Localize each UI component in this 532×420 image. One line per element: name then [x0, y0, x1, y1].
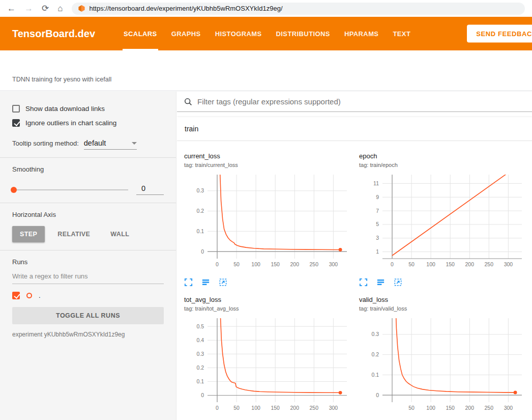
svg-text:100: 100 [251, 261, 260, 267]
tensorboard-header: TensorBoard.dev SCALARSGRAPHSHISTOGRAMSD… [0, 17, 532, 50]
svg-text:100: 100 [251, 405, 260, 411]
subheader: TDNN training for yesno with icefall [0, 50, 532, 91]
runs-label: Runs [12, 258, 164, 266]
svg-text:100: 100 [426, 405, 435, 411]
dropdown-value: default [84, 139, 106, 147]
smoothing-value[interactable]: 0 [136, 184, 164, 195]
chart-plot[interactable]: 05010015020025030000.10.20.30.40.5 [184, 316, 353, 415]
svg-text:0.2: 0.2 [196, 365, 204, 371]
tab-scalars[interactable]: SCALARS [116, 17, 164, 50]
run-item[interactable]: . [12, 292, 164, 299]
chart-title: valid_loss [359, 296, 530, 303]
checkbox-label: Ignore outliers in chart scaling [25, 119, 116, 127]
axis-button-step[interactable]: STEP [12, 226, 45, 242]
tab-text[interactable]: TEXT [386, 17, 418, 50]
checkbox-icon[interactable] [12, 119, 20, 127]
fit-domain-icon[interactable] [219, 278, 227, 287]
chart-actions [359, 278, 530, 287]
fit-domain-icon[interactable] [394, 278, 402, 287]
chevron-down-icon [132, 142, 137, 145]
chart-plot[interactable]: 0501001502002503001357911 [359, 172, 528, 272]
svg-text:0.2: 0.2 [196, 208, 204, 214]
run-checkbox-icon[interactable] [12, 292, 20, 299]
svg-text:250: 250 [310, 261, 319, 267]
svg-text:0: 0 [201, 392, 204, 398]
svg-text:200: 200 [290, 261, 300, 267]
run-name: . [39, 292, 41, 299]
data-table-icon[interactable] [201, 278, 210, 287]
tag-filter-input[interactable] [197, 97, 532, 106]
svg-text:0.3: 0.3 [196, 351, 204, 357]
svg-text:11: 11 [373, 180, 379, 186]
site-favicon [78, 5, 85, 12]
ignore-outliers-checkbox-row[interactable]: Ignore outliers in chart scaling [12, 119, 164, 127]
svg-text:250: 250 [485, 405, 494, 411]
fullscreen-icon[interactable] [184, 278, 193, 287]
svg-text:150: 150 [446, 261, 455, 267]
chart-plot[interactable]: 5010015020025030000.10.20.3 [359, 316, 528, 415]
svg-text:0.1: 0.1 [196, 378, 204, 384]
svg-text:300: 300 [504, 261, 513, 267]
send-feedback-button[interactable]: SEND FEEDBACK [467, 25, 532, 43]
svg-text:5: 5 [376, 221, 379, 227]
chart-title: current_loss [184, 152, 355, 160]
svg-text:7: 7 [376, 208, 379, 214]
run-color-icon[interactable] [26, 293, 32, 298]
chart-plot[interactable]: 05010015020025030000.10.20.3 [184, 172, 353, 272]
svg-text:250: 250 [310, 405, 319, 411]
svg-text:300: 300 [504, 405, 513, 411]
tab-hparams[interactable]: HPARAMS [337, 17, 386, 50]
checkbox-icon[interactable] [12, 105, 20, 113]
url-text: https://tensorboard.dev/experiment/yKUbh… [90, 5, 283, 12]
chart-title: tot_avg_loss [184, 296, 355, 303]
address-bar[interactable]: https://tensorboard.dev/experiment/yKUbh… [72, 3, 525, 15]
divider [0, 157, 176, 158]
svg-text:300: 300 [329, 405, 338, 411]
tab-distributions[interactable]: DISTRIBUTIONS [269, 17, 337, 50]
axis-button-wall[interactable]: WALL [103, 226, 137, 242]
svg-text:3: 3 [376, 235, 379, 241]
slider-thumb[interactable] [11, 187, 17, 193]
tooltip-sorting-dropdown[interactable]: default [84, 139, 137, 150]
chart-card-valid_loss: valid_losstag: train/valid_loss501001502… [359, 296, 530, 420]
nav-tabs: SCALARSGRAPHSHISTOGRAMSDISTRIBUTIONSHPAR… [116, 17, 418, 50]
svg-text:100: 100 [426, 261, 435, 267]
tensorboard-logo[interactable]: TensorBoard.dev [12, 28, 95, 40]
tab-histograms[interactable]: HISTOGRAMS [208, 17, 269, 50]
section-title: train [185, 125, 198, 133]
smoothing-label: Smoothing [12, 165, 164, 173]
svg-text:0.1: 0.1 [371, 372, 379, 378]
svg-text:0.2: 0.2 [371, 351, 379, 357]
axis-button-relative[interactable]: RELATIVE [50, 226, 98, 242]
tooltip-sorting-label: Tooltip sorting method: [12, 139, 79, 147]
back-icon[interactable]: ← [7, 4, 16, 13]
smoothing-slider[interactable] [12, 189, 128, 190]
chart-tag: tag: train/tot_avg_loss [184, 305, 355, 312]
fullscreen-icon[interactable] [359, 278, 368, 287]
svg-text:0: 0 [376, 392, 379, 398]
svg-text:9: 9 [376, 194, 379, 200]
reload-icon[interactable]: ⟳ [42, 4, 49, 13]
section-header-train[interactable]: train [177, 117, 532, 141]
axis-buttons: STEPRELATIVEWALL [12, 226, 164, 242]
svg-text:50: 50 [408, 261, 415, 267]
search-icon [184, 98, 192, 106]
train-section-card: train current_losstag: train/current_los… [177, 117, 532, 420]
svg-text:0: 0 [391, 261, 394, 267]
svg-text:150: 150 [446, 405, 455, 411]
chart-card-current_loss: current_losstag: train/current_loss05010… [184, 152, 355, 287]
charts-grid: current_losstag: train/current_loss05010… [177, 141, 532, 420]
tab-graphs[interactable]: GRAPHS [164, 17, 208, 50]
forward-icon[interactable]: → [24, 4, 33, 13]
browser-toolbar: ← → ⟳ ⌂ https://tensorboard.dev/experime… [0, 0, 532, 17]
chart-tag: tag: train/current_loss [184, 162, 355, 168]
svg-text:0.3: 0.3 [371, 331, 379, 337]
svg-text:0: 0 [201, 248, 204, 255]
show-download-links-checkbox-row[interactable]: Show data download links [12, 105, 164, 113]
toggle-all-runs-button[interactable]: TOGGLE ALL RUNS [12, 307, 164, 324]
runs-filter-input[interactable] [12, 268, 164, 284]
home-icon[interactable]: ⌂ [57, 4, 63, 13]
data-table-icon[interactable] [376, 278, 385, 287]
svg-text:50: 50 [408, 405, 415, 411]
svg-text:150: 150 [271, 405, 280, 411]
